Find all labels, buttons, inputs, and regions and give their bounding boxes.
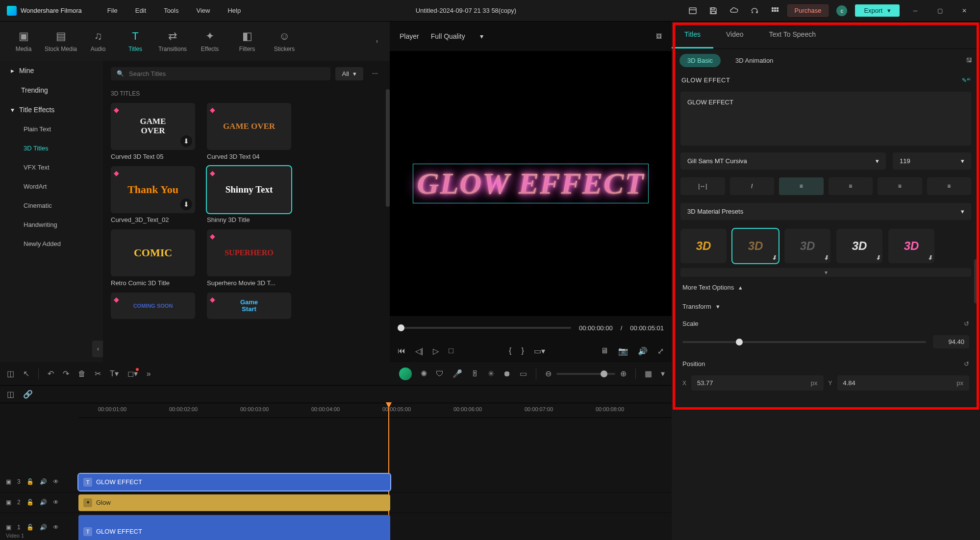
delete-icon[interactable]: 🗑 [78, 369, 86, 378]
reset-position-icon[interactable]: ↺ [964, 360, 969, 368]
save-icon[interactable] [708, 5, 719, 16]
track-type-icon[interactable]: ▣ [6, 524, 11, 531]
quality-dropdown[interactable]: Full Quality▾ [431, 32, 483, 40]
sidebar-cat-title-effects[interactable]: ▾Title Effects [0, 100, 103, 120]
align-center-button[interactable]: ≡ [829, 177, 873, 195]
sidebar-sub-wordart[interactable]: WordArt [0, 177, 103, 196]
tab-effects[interactable]: ✦Effects [192, 30, 227, 52]
thumb-item[interactable]: ◆SUPERHERO Superhero Movie 3D T... [207, 229, 291, 287]
display-icon[interactable]: 🖥 [601, 346, 608, 355]
menu-file[interactable]: File [101, 5, 125, 16]
preset-white[interactable]: 3D⬇ [836, 229, 882, 263]
record-icon[interactable]: ⏺ [503, 369, 511, 378]
track-type-icon[interactable]: ▣ [6, 478, 11, 485]
track-mute-icon[interactable]: 🔊 [40, 478, 47, 485]
preset-gold[interactable]: 3D [680, 229, 727, 263]
mixer-icon[interactable]: 🎚 [471, 369, 479, 378]
mark-out-icon[interactable]: } [521, 346, 524, 355]
clip[interactable]: TGLOW EFFECT [78, 474, 390, 491]
slider-thumb[interactable] [736, 339, 743, 345]
preset-collapse[interactable]: 3D Material Presets▾ [680, 203, 971, 220]
scrollbar[interactable] [386, 89, 390, 207]
sidebar-sub-vfx-text[interactable]: VFX Text [0, 158, 103, 177]
user-avatar[interactable]: c [836, 5, 847, 16]
download-icon[interactable]: ⬇ [876, 254, 880, 261]
sidebar-sub-3d-titles[interactable]: 3D Titles [0, 139, 103, 158]
tab-transitions[interactable]: ⇄Transitions [155, 30, 190, 52]
window-minimize[interactable]: ─ [906, 4, 924, 18]
snap-icon[interactable]: ◫ [7, 369, 14, 378]
crop-icon[interactable]: ◻▾ [127, 369, 138, 378]
download-icon[interactable]: ⬇ [824, 254, 829, 261]
zoom-thumb[interactable] [601, 370, 607, 377]
window-close[interactable]: ✕ [955, 4, 973, 18]
preview-glow-text[interactable]: GLOW EFFECT [413, 164, 649, 203]
menu-tools[interactable]: Tools [157, 5, 185, 16]
track-mute-icon[interactable]: 🔊 [40, 524, 47, 531]
shield-icon[interactable]: 🛡 [436, 369, 444, 378]
text-tool-icon[interactable]: T▾ [110, 369, 119, 378]
apps-icon[interactable] [770, 5, 780, 16]
font-dropdown[interactable]: Gill Sans MT Cursiva▾ [680, 152, 886, 170]
volume-icon[interactable]: 🔊 [638, 346, 648, 356]
mark-in-icon[interactable]: { [509, 346, 511, 355]
zoom-out-icon[interactable]: ⊖ [545, 369, 552, 378]
track-visible-icon[interactable]: 👁 [53, 499, 59, 506]
track-view-icon[interactable]: ▦ [645, 369, 652, 378]
tab-stickers[interactable]: ☺Stickers [267, 30, 302, 52]
link-icon[interactable]: 🔗 [23, 390, 33, 399]
scrollbar[interactable] [974, 259, 978, 303]
clip[interactable]: ✦Glow [78, 494, 390, 511]
playhead-track[interactable] [398, 327, 571, 329]
scale-slider[interactable] [682, 341, 926, 343]
more-text-options[interactable]: More Text Options▴ [672, 277, 980, 298]
reset-scale-icon[interactable]: ↺ [964, 320, 969, 327]
track-menu-icon[interactable]: ▾ [661, 369, 665, 378]
track-mute-icon[interactable]: 🔊 [40, 499, 47, 506]
track-type-icon[interactable]: ▣ [6, 499, 11, 506]
cloud-icon[interactable] [729, 5, 739, 16]
frame-back-icon[interactable]: ◁| [415, 346, 423, 356]
window-maximize[interactable]: ▢ [931, 4, 949, 18]
playhead-thumb[interactable] [398, 324, 404, 331]
track-lock-icon[interactable]: 🔓 [26, 499, 34, 506]
purchase-button[interactable]: Purchase [787, 4, 829, 17]
track-visible-icon[interactable]: 👁 [53, 478, 59, 485]
clip[interactable]: TGLOW EFFECT [78, 515, 390, 540]
sidebar-cat-trending[interactable]: Trending [0, 80, 103, 100]
tab-stock-media[interactable]: ▤Stock Media [43, 30, 78, 52]
zoom-in-icon[interactable]: ⊕ [620, 369, 627, 378]
preset-gray[interactable]: 3D⬇ [784, 229, 830, 263]
thumb-item[interactable]: ◆Thank You⬇ Curved_3D_Text_02 [111, 166, 195, 223]
save-preset-icon[interactable]: 🖫 [966, 57, 972, 64]
marker-menu-icon[interactable]: ▭▾ [534, 346, 545, 356]
menu-edit[interactable]: Edit [128, 5, 153, 16]
menu-view[interactable]: View [189, 5, 217, 16]
snapshot-icon[interactable]: 🖼 [656, 33, 662, 40]
tab-filters[interactable]: ◧Filters [229, 30, 265, 52]
thumb-item[interactable]: COMIC Retro Comic 3D Title [111, 229, 195, 287]
burst-icon[interactable]: ✳ [488, 369, 494, 378]
sidebar-sub-handwriting[interactable]: Handwriting [0, 215, 103, 234]
preset-bronze[interactable]: 3D⬇ [732, 229, 779, 263]
thumb-item[interactable]: ◆GAME OVER Curved 3D Text 04 [207, 103, 291, 160]
export-button[interactable]: Export▾ [855, 4, 900, 17]
thumb-item[interactable]: ◆GAMEOVER⬇ Curved 3D Text 05 [111, 103, 195, 160]
download-icon[interactable]: ⬇ [772, 254, 777, 261]
pointer-icon[interactable]: ↖ [23, 369, 29, 378]
pos-x-input[interactable]: 53.77px [691, 375, 823, 391]
stop-icon[interactable]: □ [449, 346, 453, 355]
tabs-more[interactable]: › [370, 34, 384, 48]
download-icon[interactable]: ⬇ [180, 135, 192, 147]
undo-icon[interactable]: ↶ [48, 369, 54, 378]
menu-help[interactable]: Help [221, 5, 248, 16]
download-icon[interactable]: ⬇ [928, 254, 932, 261]
align-justify-button[interactable]: ≡ [927, 177, 972, 195]
search-box[interactable]: 🔍 [111, 67, 330, 80]
sidebar-sub-cinematic[interactable]: Cinematic [0, 196, 103, 215]
sidebar-sub-newly-added[interactable]: Newly Added [0, 234, 103, 253]
search-input[interactable] [129, 70, 325, 77]
step-back-icon[interactable]: ⏮ [398, 346, 405, 355]
timeline-ruler[interactable]: 00:00:01:00 00:00:02:00 00:00:03:00 00:0… [78, 403, 672, 418]
letter-spacing-button[interactable]: |↔| [680, 177, 725, 195]
